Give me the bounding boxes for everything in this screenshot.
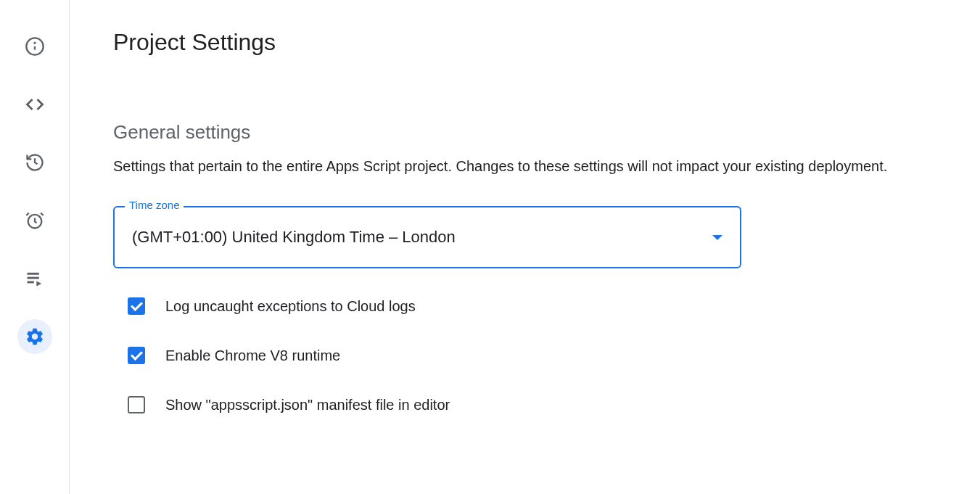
svg-rect-8 bbox=[27, 281, 33, 284]
show-manifest-label: Show "appsscript.json" manifest file in … bbox=[165, 397, 450, 413]
general-settings-description: Settings that pertain to the entire Apps… bbox=[113, 155, 933, 177]
sidebar-item-settings[interactable] bbox=[17, 319, 52, 354]
checkbox-row-show-manifest: Show "appsscript.json" manifest file in … bbox=[113, 396, 936, 413]
show-manifest-checkbox[interactable] bbox=[128, 396, 145, 413]
timezone-select-wrapper: Time zone (GMT+01:00) United Kingdom Tim… bbox=[113, 206, 741, 268]
sidebar-item-triggers[interactable] bbox=[17, 203, 52, 238]
playlist-play-icon bbox=[25, 268, 45, 289]
sidebar bbox=[0, 0, 70, 494]
timezone-label: Time zone bbox=[125, 199, 184, 211]
svg-rect-7 bbox=[27, 277, 38, 279]
checkbox-row-v8-runtime: Enable Chrome V8 runtime bbox=[113, 347, 936, 364]
sidebar-item-overview[interactable] bbox=[17, 29, 52, 64]
info-icon bbox=[25, 36, 45, 57]
log-exceptions-checkbox[interactable] bbox=[128, 297, 145, 315]
sidebar-item-editor[interactable] bbox=[17, 87, 52, 122]
page-title: Project Settings bbox=[113, 29, 936, 56]
timezone-value: (GMT+01:00) United Kingdom Time – London bbox=[132, 228, 456, 247]
svg-point-2 bbox=[34, 43, 35, 44]
v8-runtime-checkbox[interactable] bbox=[128, 347, 145, 364]
svg-line-4 bbox=[26, 213, 29, 216]
sidebar-item-executions[interactable] bbox=[17, 145, 52, 180]
checkbox-row-log-exceptions: Log uncaught exceptions to Cloud logs bbox=[113, 297, 936, 315]
log-exceptions-label: Log uncaught exceptions to Cloud logs bbox=[165, 298, 416, 315]
v8-runtime-label: Enable Chrome V8 runtime bbox=[165, 347, 340, 364]
alarm-icon bbox=[25, 210, 45, 231]
history-icon bbox=[25, 152, 45, 173]
sidebar-item-execution-log[interactable] bbox=[17, 261, 52, 296]
svg-line-5 bbox=[41, 213, 44, 216]
svg-rect-6 bbox=[27, 273, 38, 275]
code-icon bbox=[25, 94, 45, 115]
general-settings-title: General settings bbox=[113, 121, 936, 144]
main-content: Project Settings General settings Settin… bbox=[70, 0, 980, 494]
gear-icon bbox=[25, 326, 45, 347]
timezone-select[interactable]: (GMT+01:00) United Kingdom Time – London bbox=[113, 206, 741, 268]
chevron-down-icon bbox=[712, 235, 722, 240]
